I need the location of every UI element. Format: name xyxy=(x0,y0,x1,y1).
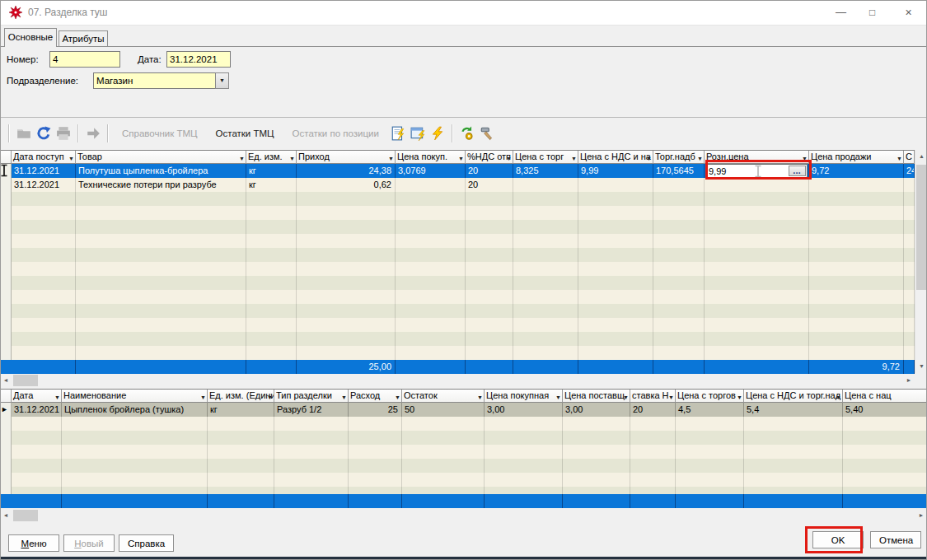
filter-arrow-icon[interactable]: ▼ xyxy=(341,392,347,403)
column-header[interactable]: Розн.цена▼ xyxy=(705,151,809,164)
scroll-down-icon[interactable]: ▼ xyxy=(915,360,927,373)
refresh-gear-icon[interactable] xyxy=(459,125,475,142)
row-indicator xyxy=(0,417,12,431)
column-header[interactable]: Наименование▼ xyxy=(62,390,208,403)
doc-lightning-icon[interactable] xyxy=(390,125,406,142)
ok-button[interactable]: OK xyxy=(812,531,864,548)
hammer-icon[interactable] xyxy=(479,125,495,142)
column-header-label: Тип разделки xyxy=(276,390,332,400)
titlebar[interactable]: 07. Разделка туш — □ × xyxy=(0,0,927,26)
summary-cell xyxy=(12,494,62,508)
filter-arrow-icon[interactable]: ▼ xyxy=(388,153,394,164)
horizontal-scrollbar[interactable]: ◄ ► xyxy=(0,375,915,386)
filter-arrow-icon[interactable]: ▼ xyxy=(458,153,464,164)
filter-arrow-icon[interactable]: ▼ xyxy=(836,392,841,403)
column-header[interactable]: Ед. изм.▼ xyxy=(246,151,297,164)
refresh-icon[interactable] xyxy=(35,125,52,142)
column-header[interactable]: Товар▼ xyxy=(76,151,246,164)
row-indicator xyxy=(0,459,12,473)
maximize-button[interactable]: □ xyxy=(854,0,891,25)
table-cell xyxy=(208,473,274,487)
filter-arrow-icon[interactable]: ▼ xyxy=(267,392,273,403)
tab-osnovnye[interactable]: Основные xyxy=(4,28,57,47)
filter-arrow-icon[interactable]: ▼ xyxy=(897,153,902,164)
horizontal-scrollbar[interactable]: ◄ ► xyxy=(0,510,927,521)
table-cell xyxy=(843,487,927,494)
column-header[interactable]: Цена с НДС и на▼ xyxy=(578,151,653,164)
column-header[interactable]: Тип разделки▼ xyxy=(274,390,349,403)
column-header[interactable]: %НДС отп▼ xyxy=(466,151,513,164)
table-row xyxy=(0,473,927,487)
filter-arrow-icon[interactable]: ▼ xyxy=(802,153,808,164)
table-cell xyxy=(513,220,578,234)
table-row[interactable]: 31.12.2021Технические потери при разрубе… xyxy=(0,178,927,192)
table-cell xyxy=(630,487,676,494)
column-header[interactable]: Цена с торг▼ xyxy=(513,151,578,164)
filter-arrow-icon[interactable]: ▼ xyxy=(289,153,295,164)
scroll-right-icon[interactable]: ► xyxy=(915,510,927,521)
vertical-scrollbar-thumb[interactable] xyxy=(916,165,927,290)
column-header[interactable]: Цена покупная▼ xyxy=(485,390,563,403)
summary-row: 25,009,72 xyxy=(0,360,915,374)
column-header[interactable]: Цена с нац xyxy=(843,390,927,403)
tab-atributy[interactable]: Атрибуты xyxy=(59,30,108,47)
column-header[interactable]: Цена поставщ▼ xyxy=(563,390,630,403)
filter-arrow-icon[interactable]: ▼ xyxy=(697,153,703,164)
column-header[interactable]: Цена с НДС и торг.над▼ xyxy=(744,390,843,403)
division-combobox[interactable] xyxy=(93,72,216,89)
close-button[interactable]: × xyxy=(890,0,927,25)
lightning-icon[interactable] xyxy=(429,125,446,142)
column-header[interactable]: Торг.надб▼ xyxy=(653,151,705,164)
filter-arrow-icon[interactable]: ▼ xyxy=(54,392,60,403)
table-row[interactable]: 31.12.2021Полутуша цыпленка-бройлеракг24… xyxy=(0,164,927,178)
filter-arrow-icon[interactable]: ▼ xyxy=(555,392,561,403)
column-header[interactable]: Ед. изм. (Едини▼ xyxy=(208,390,274,403)
table-row[interactable]: ►31.12.2021Цыпленок бройлера (тушка)кгРа… xyxy=(0,403,927,417)
vertical-scrollbar[interactable]: ▲ ▼ xyxy=(915,150,927,373)
open-folder-icon xyxy=(16,125,32,142)
toolbar-button[interactable]: Остатки ТМЦ xyxy=(216,128,274,138)
table-cell: 5,4 xyxy=(744,403,843,417)
column-header[interactable]: Приход▼ xyxy=(297,151,396,164)
footer-button-справка[interactable]: Справка xyxy=(119,534,174,552)
toolbar-button: Справочник ТМЦ xyxy=(122,128,198,138)
scroll-up-icon[interactable]: ▲ xyxy=(915,150,927,163)
column-header[interactable]: Цена продажи▼ xyxy=(809,151,904,164)
column-header[interactable]: Дата поступ▼ xyxy=(12,151,76,164)
horizontal-scrollbar-thumb[interactable] xyxy=(13,375,38,386)
column-header[interactable]: Дата▼ xyxy=(12,390,62,403)
cancel-button[interactable]: Отмена xyxy=(870,531,921,548)
filter-arrow-icon[interactable]: ▼ xyxy=(737,392,742,403)
scroll-left-icon[interactable]: ◄ xyxy=(0,510,12,521)
filter-arrow-icon[interactable]: ▼ xyxy=(200,392,206,403)
filter-arrow-icon[interactable]: ▼ xyxy=(68,153,74,164)
footer-button-меню[interactable]: Меню xyxy=(8,534,59,552)
filter-arrow-icon[interactable]: ▼ xyxy=(395,392,400,403)
filter-arrow-icon[interactable]: ▼ xyxy=(623,392,629,403)
scroll-left-icon[interactable]: ◄ xyxy=(0,375,12,386)
cell-editor[interactable]: 9,99… xyxy=(705,164,808,178)
ellipsis-button[interactable]: … xyxy=(789,166,806,176)
form-lightning-icon[interactable] xyxy=(410,125,426,142)
filter-arrow-icon[interactable]: ▼ xyxy=(571,153,577,164)
filter-arrow-icon[interactable]: ▼ xyxy=(239,153,245,164)
column-header[interactable]: Цена покуп.▼ xyxy=(396,151,466,164)
filter-arrow-icon[interactable]: ▼ xyxy=(506,153,512,164)
horizontal-scrollbar-thumb[interactable] xyxy=(13,510,38,521)
column-header[interactable]: ставка Н▼ xyxy=(630,390,676,403)
column-header[interactable]: С xyxy=(904,151,915,164)
scroll-right-icon[interactable]: ► xyxy=(903,375,915,386)
filter-arrow-icon[interactable]: ▼ xyxy=(668,392,674,403)
column-header[interactable]: Остаток▼ xyxy=(402,390,485,403)
tab-page-border xyxy=(0,46,927,47)
column-header[interactable]: Расход▼ xyxy=(349,390,402,403)
column-header[interactable]: Цена с торгов▼ xyxy=(676,390,744,403)
summary-cell xyxy=(653,360,705,374)
filter-arrow-icon[interactable]: ▼ xyxy=(646,153,652,164)
table-cell xyxy=(208,417,274,431)
date-field[interactable] xyxy=(166,51,231,68)
filter-arrow-icon[interactable]: ▼ xyxy=(477,392,483,403)
number-field[interactable] xyxy=(49,51,120,68)
division-dropdown-button[interactable]: ▼ xyxy=(215,72,229,89)
table-cell xyxy=(578,178,653,192)
